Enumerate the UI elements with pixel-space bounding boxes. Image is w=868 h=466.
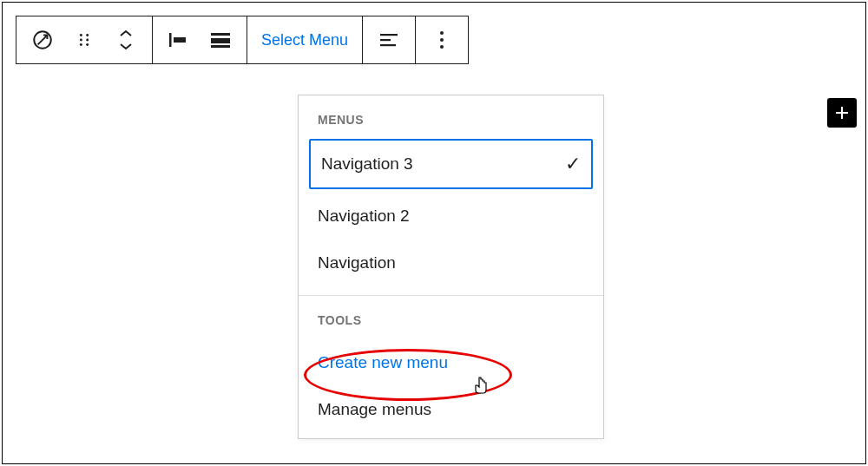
toolbar-group-justify	[153, 16, 247, 63]
editor-frame: Select Menu MENUS	[2, 2, 866, 464]
toolbar-group-block	[16, 16, 153, 63]
menu-item-label: Navigation	[318, 253, 396, 272]
navigation-block-icon[interactable]	[22, 19, 63, 61]
menu-item-navigation-2[interactable]: Navigation 2	[299, 193, 603, 240]
svg-point-5	[86, 39, 89, 42]
svg-rect-11	[211, 38, 230, 43]
svg-rect-20	[836, 112, 848, 114]
select-menu-dropdown: MENUS Navigation 3 ✓ Navigation 2 Naviga…	[298, 95, 604, 439]
plus-icon	[833, 104, 851, 121]
svg-rect-8	[169, 33, 172, 47]
svg-point-4	[80, 39, 82, 42]
toolbar-group-more	[416, 16, 468, 63]
svg-point-7	[86, 43, 89, 46]
svg-point-16	[440, 31, 444, 35]
svg-rect-9	[174, 37, 186, 43]
drag-handle-icon[interactable]	[63, 19, 105, 61]
menu-item-label: Navigation 3	[321, 154, 413, 174]
svg-point-17	[440, 38, 444, 42]
svg-rect-12	[211, 45, 230, 48]
menus-section-header: MENUS	[299, 95, 603, 139]
move-up-down-icon[interactable]	[105, 19, 147, 61]
svg-line-1	[38, 36, 48, 45]
svg-rect-14	[380, 39, 391, 41]
select-menu-label: Select Menu	[261, 31, 348, 49]
menu-item-label: Navigation 2	[318, 207, 410, 226]
block-toolbar: Select Menu	[16, 16, 469, 64]
svg-point-3	[86, 34, 89, 36]
svg-rect-13	[380, 34, 398, 36]
tool-item-label: Create new menu	[318, 353, 448, 372]
tool-item-label: Manage menus	[318, 400, 431, 419]
menu-item-navigation[interactable]: Navigation	[299, 240, 603, 286]
svg-point-2	[80, 34, 82, 36]
justify-stretch-icon[interactable]	[200, 19, 241, 61]
justify-left-icon[interactable]	[158, 19, 200, 61]
select-menu-button[interactable]: Select Menu	[247, 16, 363, 63]
add-block-button[interactable]	[827, 98, 857, 128]
tool-create-new-menu[interactable]: Create new menu	[299, 339, 603, 386]
svg-point-6	[80, 43, 82, 46]
more-options-icon[interactable]	[421, 19, 463, 61]
tool-manage-menus[interactable]: Manage menus	[299, 386, 603, 438]
svg-point-18	[440, 45, 444, 49]
toolbar-group-align	[363, 16, 416, 63]
tools-section-header: TOOLS	[299, 296, 603, 339]
text-align-icon[interactable]	[368, 19, 410, 61]
menu-item-navigation-3[interactable]: Navigation 3 ✓	[309, 139, 593, 189]
svg-rect-15	[380, 44, 396, 46]
check-icon: ✓	[565, 153, 581, 175]
svg-rect-10	[211, 33, 230, 36]
